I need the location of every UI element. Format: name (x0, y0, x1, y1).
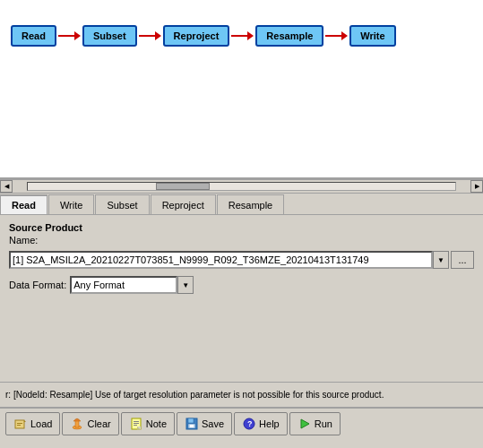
run-label: Run (315, 418, 332, 429)
tab-reproject[interactable]: Reproject (151, 194, 216, 214)
arrow-4 (325, 31, 348, 40)
format-select[interactable]: Any Format (70, 276, 177, 294)
svg-rect-3 (17, 425, 21, 426)
svg-rect-10 (134, 425, 137, 426)
save-label: Save (202, 418, 224, 429)
format-select-combo: Any Format ▼ (70, 276, 194, 294)
name-label: Name: (9, 235, 38, 246)
tabs-bar: Read Write Subset Reproject Resample (0, 194, 483, 215)
status-bar: r: [NodeId: Resample] Use of target reso… (0, 382, 483, 407)
bottom-toolbar: Load Clear Note (0, 407, 483, 439)
status-message: r: [NodeId: Resample] Use of target reso… (5, 390, 384, 400)
format-label: Data Format: (9, 280, 66, 290)
run-icon (298, 417, 312, 431)
panel-area: Source Product Name: ▼ ... Data Format: … (0, 215, 483, 382)
format-dropdown-button[interactable]: ▼ (177, 276, 194, 294)
svg-rect-0 (15, 420, 24, 428)
node-read[interactable]: Read (11, 25, 56, 47)
save-button[interactable]: Save (177, 412, 232, 435)
svg-marker-6 (73, 418, 81, 421)
svg-rect-2 (17, 423, 22, 424)
clear-label: Clear (87, 418, 110, 429)
format-field-row: Data Format: Any Format ▼ (9, 276, 474, 294)
node-reproject[interactable]: Reproject (163, 25, 230, 47)
svg-text:?: ? (247, 419, 253, 428)
run-button[interactable]: Run (289, 412, 341, 435)
scroll-track[interactable] (27, 182, 456, 191)
arrow-2 (139, 31, 161, 40)
tab-resample[interactable]: Resample (217, 194, 285, 214)
name-input[interactable] (9, 251, 433, 269)
arrow-3 (231, 31, 254, 40)
workflow-canvas: Read Subset Reproject Resample Write (0, 0, 483, 179)
name-combo: ▼ (9, 251, 449, 269)
node-subset[interactable]: Subset (82, 25, 137, 47)
save-icon (185, 417, 199, 431)
name-input-row: ▼ ... (9, 251, 474, 269)
clear-button[interactable]: Clear (62, 412, 118, 435)
name-field-row: Name: (9, 235, 474, 246)
name-dropdown-button[interactable]: ▼ (433, 251, 449, 269)
section-title: Source Product (9, 222, 474, 233)
scroll-thumb[interactable] (156, 183, 210, 190)
workflow-nodes: Read Subset Reproject Resample Write (11, 25, 396, 47)
help-button[interactable]: ? Help (234, 412, 288, 435)
clear-icon (70, 417, 84, 431)
svg-rect-9 (134, 423, 139, 424)
svg-rect-8 (134, 421, 139, 422)
load-label: Load (30, 418, 52, 429)
svg-rect-14 (188, 418, 194, 423)
name-ellipsis-button[interactable]: ... (451, 251, 474, 269)
node-write[interactable]: Write (349, 25, 395, 47)
horizontal-scrollbar[interactable]: ◀ ▶ (0, 179, 483, 194)
svg-marker-19 (301, 419, 309, 428)
node-resample[interactable]: Resample (255, 25, 323, 47)
scroll-right-button[interactable]: ▶ (470, 180, 483, 193)
tab-read[interactable]: Read (0, 194, 47, 214)
tab-subset[interactable]: Subset (95, 194, 149, 214)
note-button[interactable]: Note (121, 412, 175, 435)
load-icon (13, 417, 28, 431)
help-icon: ? (242, 417, 256, 431)
arrow-1 (58, 31, 81, 40)
svg-rect-16 (190, 425, 194, 427)
scroll-left-button[interactable]: ◀ (0, 180, 13, 193)
load-button[interactable]: Load (5, 412, 60, 435)
tab-write[interactable]: Write (48, 194, 94, 214)
help-label: Help (259, 418, 280, 429)
note-icon (129, 417, 143, 431)
note-label: Note (146, 418, 167, 429)
